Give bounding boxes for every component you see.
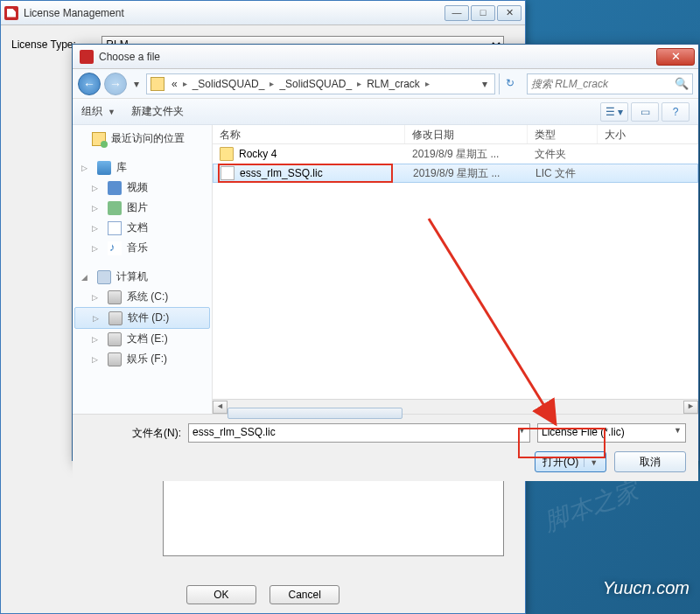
sidebar-item-drive-d[interactable]: ▷软件 (D:) [74, 307, 210, 329]
sidebar-group-computer[interactable]: ◢计算机 [73, 267, 212, 287]
video-icon [108, 181, 122, 195]
file-row-selected[interactable]: esss_rlm_SSQ.lic 2019/8/9 星期五 ... LIC 文件 [213, 164, 698, 183]
picture-icon [108, 201, 122, 215]
chevron-right-icon: ▸ [270, 79, 274, 88]
file-type-filter[interactable]: License File (*.lic)▼ [537, 423, 686, 443]
nav-history-dropdown[interactable]: ▾ [130, 78, 143, 90]
nav-forward-button[interactable]: → [104, 73, 127, 95]
cancel-button-dialog[interactable]: 取消 [614, 451, 686, 472]
chevron-right-icon: ▸ [357, 79, 361, 88]
file-dialog-titlebar[interactable]: Choose a file ✕ [73, 45, 698, 69]
breadcrumb-seg[interactable]: _SolidSQUAD_ [276, 78, 355, 90]
drive-icon [108, 311, 122, 325]
file-dialog-title: Choose a file [99, 51, 656, 63]
sidebar-item-pictures[interactable]: ▷图片 [73, 198, 212, 218]
sidebar-item-drive-e[interactable]: ▷文档 (E:) [73, 329, 212, 349]
nav-back-button[interactable]: ← [78, 73, 101, 95]
sidebar: 最近访问的位置 ▷库 ▷视频 ▷图片 ▷文档 ▷音乐 ◢计算机 ▷系统 (C:)… [73, 125, 213, 414]
scroll-thumb[interactable] [228, 408, 402, 419]
computer-icon [97, 270, 111, 284]
column-size[interactable]: 大小 [598, 125, 698, 143]
scroll-right-button[interactable]: ► [683, 401, 698, 414]
sidebar-item-recent[interactable]: 最近访问的位置 [73, 129, 212, 149]
preview-pane-button[interactable]: ▭ [631, 102, 659, 122]
drive-icon [108, 290, 122, 304]
sidebar-item-music[interactable]: ▷音乐 [73, 238, 212, 258]
document-icon [108, 221, 122, 235]
file-icon [220, 166, 234, 180]
scroll-left-button[interactable]: ◄ [213, 401, 228, 414]
folder-icon [150, 77, 164, 91]
chevron-right-icon: ▸ [183, 79, 187, 88]
column-date[interactable]: 修改日期 [405, 125, 528, 143]
license-window-title: License Management [24, 7, 443, 19]
sidebar-group-library[interactable]: ▷库 [73, 157, 212, 178]
cancel-button-license[interactable]: Cancel [270, 585, 340, 604]
music-icon [108, 241, 122, 255]
column-name[interactable]: 名称 [213, 125, 405, 143]
open-button[interactable]: 打开(O)▼ [535, 451, 606, 472]
view-options-button[interactable]: ☰ ▾ [600, 102, 628, 122]
file-dialog: Choose a file ✕ ← → ▾ « ▸ _SolidSQUAD_ ▸… [72, 44, 699, 461]
breadcrumb-seg[interactable]: RLM_crack [363, 78, 424, 90]
toolbar: 组织 ▼ 新建文件夹 ☰ ▾ ▭ ? [73, 99, 698, 125]
horizontal-scrollbar[interactable]: ◄ ► [213, 399, 698, 414]
filename-label: 文件名(N): [85, 426, 181, 441]
app-icon [4, 6, 18, 20]
search-icon[interactable]: 🔍 [675, 77, 689, 90]
sidebar-item-drive-c[interactable]: ▷系统 (C:) [73, 287, 212, 307]
search-box[interactable]: 🔍 [527, 73, 693, 94]
breadcrumb[interactable]: « ▸ _SolidSQUAD_ ▸ _SolidSQUAD_ ▸ RLM_cr… [146, 73, 495, 94]
recent-icon [92, 132, 106, 146]
chevron-down-icon[interactable]: ▼ [108, 108, 116, 116]
license-titlebar[interactable]: License Management — □ ✕ [1, 1, 525, 25]
ok-button[interactable]: OK [186, 585, 256, 604]
breadcrumb-dropdown[interactable]: ▾ [479, 78, 491, 90]
file-row[interactable]: Rocky 4 2019/8/9 星期五 ... 文件夹 [213, 144, 698, 164]
library-icon [97, 161, 111, 175]
new-folder-button[interactable]: 新建文件夹 [131, 104, 184, 119]
file-list-header[interactable]: 名称 修改日期 类型 大小 [213, 125, 698, 144]
refresh-button[interactable]: ↻ [499, 73, 520, 94]
breadcrumb-seg[interactable]: _SolidSQUAD_ [189, 78, 269, 90]
drive-icon [108, 332, 122, 346]
folder-icon [220, 147, 234, 161]
drive-icon [108, 352, 122, 366]
column-type[interactable]: 类型 [528, 125, 598, 143]
breadcrumb-seg[interactable]: « [168, 78, 181, 90]
dialog-app-icon [80, 50, 94, 64]
minimize-button[interactable]: — [444, 5, 469, 21]
chevron-right-icon: ▸ [425, 79, 430, 88]
dialog-bottom-bar: 文件名(N): esss_rlm_SSQ.lic▼ License File (… [73, 414, 698, 481]
sidebar-item-videos[interactable]: ▷视频 [73, 178, 212, 198]
watermark-corner: Yuucn.com [603, 578, 690, 598]
close-button-dialog[interactable]: ✕ [656, 48, 695, 66]
file-list[interactable]: 名称 修改日期 类型 大小 Rocky 4 2019/8/9 星期五 ... 文… [213, 125, 698, 414]
organize-menu[interactable]: 组织 [81, 104, 102, 119]
help-button[interactable]: ? [662, 102, 690, 122]
search-input[interactable] [531, 78, 675, 90]
sidebar-item-documents[interactable]: ▷文档 [73, 218, 212, 238]
sidebar-item-drive-f[interactable]: ▷娱乐 (F:) [73, 349, 212, 369]
maximize-button[interactable]: □ [471, 5, 495, 21]
filename-input[interactable]: esss_rlm_SSQ.lic▼ [188, 423, 530, 443]
nav-row: ← → ▾ « ▸ _SolidSQUAD_ ▸ _SolidSQUAD_ ▸ … [73, 69, 698, 99]
close-button-license[interactable]: ✕ [497, 5, 522, 21]
